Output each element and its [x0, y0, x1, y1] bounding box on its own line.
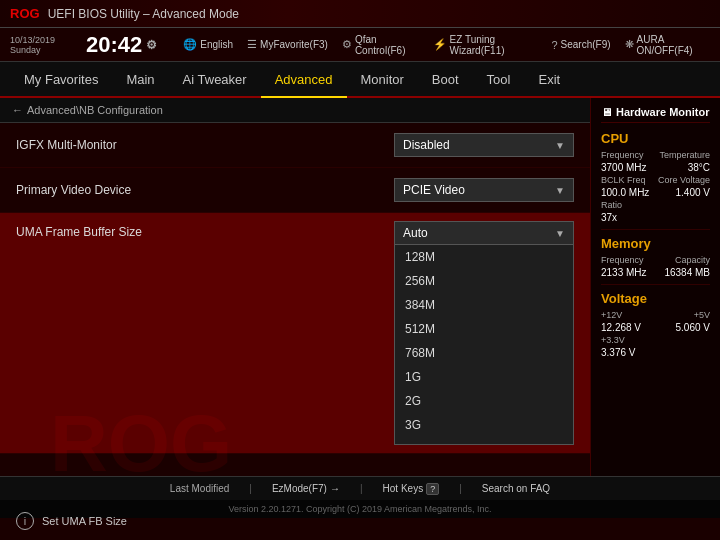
hw-33v-val: 3.376 V	[601, 347, 635, 358]
left-panel: ← Advanced\NB Configuration IGFX Multi-M…	[0, 98, 590, 476]
info-icon: i	[16, 512, 34, 530]
uma-frame-buffer-row: UMA Frame Buffer Size Auto ▼ 128M 256M 3…	[0, 213, 590, 454]
menu-exit[interactable]: Exit	[524, 61, 574, 97]
date: 10/13/2019	[10, 35, 70, 45]
shortcut-eztuning[interactable]: ⚡ EZ Tuning Wizard(F11)	[433, 34, 538, 56]
hw-cpu-freq-values: 3700 MHz 38°C	[601, 162, 710, 173]
hw-voltage-33v-header: +3.3V	[601, 335, 710, 345]
datetime: 10/13/2019 Sunday	[10, 35, 70, 55]
hw-voltage-12v-values: 12.268 V 5.060 V	[601, 322, 710, 333]
uma-option-3g[interactable]: 3G	[395, 413, 573, 437]
hw-mem-freq-val: 2133 MHz	[601, 267, 647, 278]
hw-corevolt-val: 1.400 V	[676, 187, 710, 198]
uma-arrow-icon: ▼	[555, 228, 565, 239]
igfx-label: IGFX Multi-Monitor	[16, 138, 394, 152]
hw-cpu-temp-val: 38°C	[688, 162, 710, 173]
igfx-value: Disabled	[403, 138, 450, 152]
uma-current-value: Auto	[403, 226, 428, 240]
uma-option-768m[interactable]: 768M	[395, 341, 573, 365]
hw-mem-cap-label: Capacity	[675, 255, 710, 265]
hw-cpu-freq-header: Frequency Temperature	[601, 150, 710, 160]
hw-cpu-temp-label: Temperature	[659, 150, 710, 160]
uma-dropdown-header[interactable]: Auto ▼	[394, 221, 574, 245]
footer-bar: Last Modified | EzMode(F7) → | Hot Keys …	[0, 476, 720, 500]
shortcut-myfavorite-label: MyFavorite(F3)	[260, 39, 328, 50]
igfx-dropdown[interactable]: Disabled ▼	[394, 133, 574, 157]
shortcut-eztuning-label: EZ Tuning Wizard(F11)	[450, 34, 538, 56]
igfx-multi-monitor-row: IGFX Multi-Monitor Disabled ▼	[0, 123, 590, 168]
breadcrumb-path: Advanced\NB Configuration	[27, 104, 163, 116]
hw-12v-val: 12.268 V	[601, 322, 641, 333]
uma-option-2g[interactable]: 2G	[395, 389, 573, 413]
hw-ratio-val: 37x	[601, 212, 617, 223]
hw-divider-2	[601, 284, 710, 285]
uma-dropdown-list: 128M 256M 384M 512M 768M 1G 2G 3G 4G 8G	[394, 245, 574, 445]
info-text: Set UMA FB Size	[42, 515, 127, 527]
hw-bclk-values: 100.0 MHz 1.400 V	[601, 187, 710, 198]
hw-memory-title: Memory	[601, 236, 710, 251]
menu-bar: My Favorites Main Ai Tweaker Advanced Mo…	[0, 62, 720, 98]
shortcut-search[interactable]: ? Search(F9)	[551, 39, 610, 51]
hw-ratio-header: Ratio	[601, 200, 710, 210]
hot-keys-label: Hot Keys	[383, 483, 424, 494]
menu-boot[interactable]: Boot	[418, 61, 473, 97]
uma-option-1g[interactable]: 1G	[395, 365, 573, 389]
menu-main[interactable]: Main	[112, 61, 168, 97]
menu-my-favorites[interactable]: My Favorites	[10, 61, 112, 97]
menu-ai-tweaker[interactable]: Ai Tweaker	[169, 61, 261, 97]
hw-monitor-title: 🖥 Hardware Monitor	[601, 106, 710, 123]
ez-mode-button[interactable]: EzMode(F7) →	[272, 483, 340, 494]
hw-bclk-val: 100.0 MHz	[601, 187, 649, 198]
footer-sep-2: |	[360, 483, 363, 494]
settings-area: IGFX Multi-Monitor Disabled ▼ Primary Vi…	[0, 123, 590, 454]
uma-option-512m[interactable]: 512M	[395, 317, 573, 341]
hw-ratio-label: Ratio	[601, 200, 622, 210]
igfx-arrow-icon: ▼	[555, 140, 565, 151]
monitor-icon: 🖥	[601, 106, 612, 118]
hw-corevolt-label: Core Voltage	[658, 175, 710, 185]
shortcut-english-label: English	[200, 39, 233, 50]
hw-mem-cap-val: 16384 MB	[664, 267, 710, 278]
hw-mem-freq-label: Frequency	[601, 255, 644, 265]
uma-option-4g[interactable]: 4G	[395, 437, 573, 445]
bios-title: UEFI BIOS Utility – Advanced Mode	[48, 7, 239, 21]
shortcut-qfan-label: Qfan Control(F6)	[355, 34, 419, 56]
main-content: ← Advanced\NB Configuration IGFX Multi-M…	[0, 98, 720, 476]
hw-12v-label: +12V	[601, 310, 622, 320]
shortcut-aura[interactable]: ❋ AURA ON/OFF(F4)	[625, 34, 710, 56]
eztuning-icon: ⚡	[433, 38, 447, 51]
uma-option-128m[interactable]: 128M	[395, 245, 573, 269]
favorites-icon: ☰	[247, 38, 257, 51]
shortcut-qfan[interactable]: ⚙ Qfan Control(F6)	[342, 34, 419, 56]
title-bar: ROG UEFI BIOS Utility – Advanced Mode	[0, 0, 720, 28]
info-icon-label: i	[24, 515, 26, 527]
primary-video-arrow-icon: ▼	[555, 185, 565, 196]
hardware-monitor-panel: 🖥 Hardware Monitor CPU Frequency Tempera…	[590, 98, 720, 476]
primary-video-row: Primary Video Device PCIE Video ▼	[0, 168, 590, 213]
menu-tool[interactable]: Tool	[473, 61, 525, 97]
menu-monitor[interactable]: Monitor	[347, 61, 418, 97]
footer-sep-1: |	[249, 483, 252, 494]
uma-option-384m[interactable]: 384M	[395, 293, 573, 317]
search-circle-icon: ?	[551, 39, 557, 51]
clock: 20:42 ⚙	[86, 32, 157, 58]
hw-5v-label: +5V	[694, 310, 710, 320]
rog-logo: ROG	[10, 6, 40, 21]
hw-ratio-value: 37x	[601, 212, 710, 223]
hot-keys-button[interactable]: Hot Keys ?	[383, 483, 440, 495]
primary-video-dropdown[interactable]: PCIE Video ▼	[394, 178, 574, 202]
copyright-text: Version 2.20.1271. Copyright (C) 2019 Am…	[228, 504, 491, 514]
uma-option-256m[interactable]: 256M	[395, 269, 573, 293]
hw-mem-header: Frequency Capacity	[601, 255, 710, 265]
shortcut-english[interactable]: 🌐 English	[183, 38, 233, 51]
menu-advanced[interactable]: Advanced	[261, 62, 347, 98]
search-faq-button[interactable]: Search on FAQ	[482, 483, 550, 494]
hw-cpu-freq-label: Frequency	[601, 150, 644, 160]
settings-gear-icon[interactable]: ⚙	[146, 38, 157, 52]
uma-label: UMA Frame Buffer Size	[16, 221, 394, 239]
shortcut-myfavorite[interactable]: ☰ MyFavorite(F3)	[247, 38, 328, 51]
hw-cpu-title: CPU	[601, 131, 710, 146]
breadcrumb-arrow[interactable]: ←	[12, 104, 23, 116]
primary-video-control: PCIE Video ▼	[394, 178, 574, 202]
footer-sep-3: |	[459, 483, 462, 494]
